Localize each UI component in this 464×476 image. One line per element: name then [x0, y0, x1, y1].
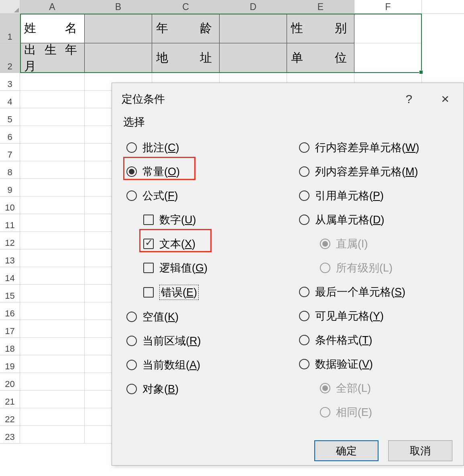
row-header-2[interactable]: 2 [0, 43, 20, 73]
col-header-D[interactable]: D [220, 0, 287, 13]
opt-formulas[interactable]: 公式(F) [123, 184, 280, 208]
cell-A1[interactable]: 姓名 [20, 14, 85, 43]
opt-region[interactable]: 当前区域(R) [123, 329, 280, 353]
col-header-E[interactable]: E [287, 0, 354, 13]
col-header-F[interactable]: F [354, 0, 422, 13]
opt-precedents[interactable]: 引用单元格(P) [296, 184, 452, 208]
opt-errors[interactable]: 错误(E) [123, 280, 280, 305]
close-icon[interactable]: × [436, 89, 454, 108]
col-header-A[interactable]: A [20, 0, 85, 13]
cell-B1[interactable] [85, 14, 152, 43]
cell-D1[interactable] [220, 14, 287, 43]
opt-lastcell[interactable]: 最后一个单元格(S) [296, 280, 452, 304]
cell-A2[interactable]: 出生年月 [20, 43, 85, 73]
select-all-corner[interactable] [0, 0, 20, 13]
opt-direct: 直属(I) [296, 232, 452, 256]
opt-array[interactable]: 当前数组(A) [123, 353, 280, 377]
cell-F1[interactable] [354, 14, 422, 43]
ok-button[interactable]: 确定 [314, 440, 379, 461]
opt-dependents[interactable]: 从属单元格(D) [296, 208, 452, 232]
row-header-1[interactable]: 1 [0, 14, 20, 43]
cancel-button[interactable]: 取消 [388, 440, 452, 461]
opt-coldiff[interactable]: 列内容差异单元格(M) [296, 160, 452, 184]
opt-objects[interactable]: 对象(B) [123, 377, 280, 401]
opt-alllevels: 所有级别(L) [296, 256, 452, 280]
column-headers: A B C D E F [0, 0, 464, 14]
opt-datavalid[interactable]: 数据验证(V) [296, 352, 452, 376]
opt-rowdiff[interactable]: 行内容差异单元格(W) [296, 136, 452, 160]
opt-text[interactable]: 文本(X) [123, 232, 280, 256]
opt-constants[interactable]: 常量(O) [123, 160, 280, 184]
row-2: 2 出生年月 地址 单位 [0, 43, 464, 73]
opt-same: 相同(E) [296, 400, 452, 424]
cell-F2[interactable] [354, 43, 422, 73]
cell-E2[interactable]: 单位 [287, 43, 354, 73]
opt-condfmt[interactable]: 条件格式(T) [296, 328, 452, 352]
opt-comments[interactable]: 批注(C) [123, 136, 280, 160]
dialog-title: 定位条件 [122, 92, 165, 106]
opt-logical[interactable]: 逻辑值(G) [123, 256, 280, 280]
help-icon[interactable]: ? [401, 91, 417, 107]
col-header-C[interactable]: C [152, 0, 220, 13]
cell-C1[interactable]: 年龄 [152, 14, 220, 43]
opt-blanks[interactable]: 空值(K) [123, 305, 280, 329]
goto-special-dialog: 定位条件 ? × 选择 批注(C) 常量(O) 公式(F) 数字(U) 文本(X… [112, 83, 464, 466]
row-1: 1 姓名 年龄 性别 [0, 14, 464, 43]
select-label: 选择 [123, 115, 452, 129]
opt-all: 全部(L) [296, 376, 452, 400]
opt-visible[interactable]: 可见单元格(Y) [296, 304, 452, 328]
cell-D2[interactable] [220, 43, 287, 73]
cell-C2[interactable]: 地址 [152, 43, 220, 73]
opt-numbers[interactable]: 数字(U) [123, 208, 280, 232]
dialog-titlebar[interactable]: 定位条件 ? × [112, 83, 464, 111]
cell-E1[interactable]: 性别 [287, 14, 354, 43]
cell-B2[interactable] [85, 43, 152, 73]
col-header-B[interactable]: B [85, 0, 152, 13]
